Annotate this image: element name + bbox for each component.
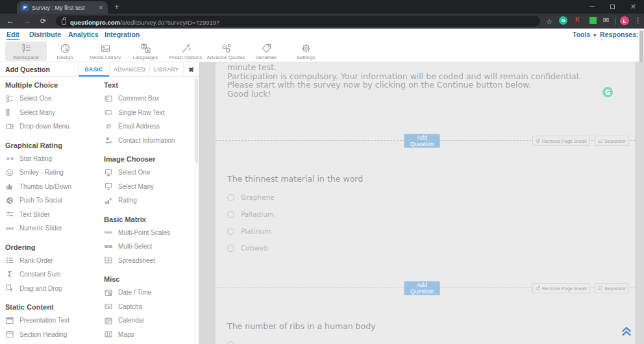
question-type-label: Text Slider — [19, 211, 50, 218]
text-slider-icon — [5, 210, 14, 218]
toolbar-item-settings[interactable]: Settings — [285, 42, 327, 61]
window-close-icon[interactable]: ✕ — [630, 3, 636, 10]
media-library-icon — [100, 43, 111, 54]
menu-edit[interactable]: Edit — [6, 31, 19, 40]
question-type-calendar[interactable]: Calendar — [104, 313, 193, 328]
question-type-star-rating[interactable]: ★★Star Rating — [5, 152, 99, 166]
question-type-section-heading[interactable]: Section Heading — [5, 328, 99, 342]
remove-page-break-button[interactable]: ↺Remove Page Break — [532, 283, 590, 293]
back-icon[interactable]: ← — [6, 16, 14, 26]
window-maximize-icon[interactable] — [610, 5, 615, 9]
tab-close-icon[interactable]: ✕ — [98, 5, 103, 11]
question-type-rating[interactable]: Rating — [104, 193, 193, 208]
toolbar-item-design[interactable]: Design — [44, 42, 86, 61]
grammarly-widget-icon[interactable]: G — [602, 87, 613, 97]
add-question-button[interactable]: Add Question — [404, 281, 440, 295]
scroll-to-top-icon[interactable] — [621, 325, 632, 337]
question-type-single-row-text[interactable]: Single Row Text — [104, 106, 193, 120]
question-type-spreadsheet[interactable]: Spreadsheet — [104, 254, 193, 268]
multi-select-icon — [104, 243, 113, 251]
window-minimize-icon[interactable] — [589, 6, 595, 7]
question-group-text: TextComment BoxSingle Row Text@Email Add… — [104, 79, 193, 147]
toolbar-item-label: Media Library — [90, 55, 121, 60]
question-type-drag-and-drop[interactable]: Drag and Drop — [5, 282, 99, 296]
toolbar-item-workspace[interactable]: Workspace — [5, 42, 47, 61]
add-question-button[interactable]: Add Question — [404, 134, 440, 148]
variables-icon — [261, 43, 272, 54]
url-bar[interactable]: questionpro.com/a/editSurvey.do?surveyID… — [56, 16, 540, 27]
question-type-text-slider[interactable]: Text Slider — [5, 208, 99, 222]
forward-icon[interactable]: → — [23, 16, 31, 26]
toolbar-item-variables[interactable]: Variables — [245, 42, 287, 61]
panel-close-icon[interactable]: ✖ — [183, 62, 199, 77]
caret-down-icon: ▼ — [592, 32, 597, 38]
question-type-multi-select[interactable]: Multi-Select — [104, 240, 193, 254]
group-heading: Image Chooser — [104, 153, 193, 166]
question-type-label: Date / Time — [118, 289, 151, 296]
separator-button[interactable]: ☑Separator — [595, 136, 629, 146]
answer-option[interactable]: Platinum — [227, 223, 617, 240]
question-type-label: Maps — [118, 331, 134, 338]
question-type-label: Select Many — [19, 109, 55, 116]
url-domain: questionpro.com — [70, 19, 120, 26]
question-type-rank-order[interactable]: Rank Order — [5, 254, 99, 268]
separator-button[interactable]: ☑Separator — [595, 283, 629, 293]
radio-icon[interactable] — [227, 211, 234, 218]
answer-option[interactable] — [227, 336, 617, 344]
sidebar-scrollbar[interactable] — [194, 77, 199, 344]
toolbar-item-languages[interactable]: Languages — [125, 42, 166, 61]
browser-tab[interactable]: P Survey : My first test ✕ — [17, 1, 108, 14]
radio-icon[interactable] — [227, 341, 234, 344]
question-type-contact-information[interactable]: Contact Information — [104, 134, 193, 148]
group-heading: Graphical Rating — [5, 140, 99, 152]
question-type-select-one[interactable]: Select One — [104, 166, 193, 180]
tab-advanced[interactable]: ADVANCED — [109, 62, 149, 77]
question-type-label: Presentation Text — [19, 317, 69, 324]
browser-menu-icon[interactable]: ⋮ — [634, 16, 641, 25]
toolbar-item-finish-options[interactable]: Finish Options — [165, 42, 206, 61]
question-type-label: Drop-down Menu — [19, 123, 69, 130]
question-type-select-one[interactable]: Select One — [5, 92, 99, 106]
question-type-captcha[interactable]: Captcha — [104, 300, 193, 314]
bookmark-star-icon[interactable]: ☆ — [546, 17, 552, 27]
question-type-presentation-text[interactable]: Presentation Text — [5, 313, 99, 328]
remove-page-break-button[interactable]: ↺Remove Page Break — [532, 136, 590, 146]
question-type-multi-point-scales[interactable]: Multi-Point Scales — [104, 226, 193, 240]
question-type-select-many[interactable]: Select Many — [104, 180, 193, 194]
radio-icon[interactable] — [227, 228, 234, 235]
toolbar-item-media-library[interactable]: Media Library — [84, 42, 126, 61]
question-type-date-time[interactable]: Date / Time — [104, 286, 193, 300]
new-tab-button[interactable]: + — [114, 1, 119, 12]
sidebar-scrollbar-thumb[interactable] — [195, 79, 198, 163]
question-type-select-many[interactable]: Select Many — [5, 106, 99, 120]
tab-basic[interactable]: BASIC — [78, 62, 109, 77]
question-type-numeric-slider[interactable]: Numeric Slider — [5, 221, 99, 236]
square-extension-icon[interactable] — [589, 17, 597, 24]
question-type-drop-down-menu[interactable]: Drop-down Menu — [5, 119, 99, 134]
question-type-maps[interactable]: Maps — [104, 328, 193, 342]
toolbar-item-advance-quotas[interactable]: Advance Quotas — [205, 42, 247, 61]
question-type-comment-box[interactable]: Comment Box — [104, 92, 193, 106]
radio-icon[interactable] — [227, 194, 234, 201]
answer-option[interactable]: Graphene — [227, 189, 617, 206]
numeric-slider-icon — [5, 225, 14, 232]
question-type-email-address[interactable]: @Email Address — [104, 119, 193, 134]
question-type-smiley-rating[interactable]: Smiley - Rating — [5, 166, 99, 180]
question-type-label: Star Rating — [19, 155, 52, 162]
menu-analytics[interactable]: Analytics — [68, 31, 99, 38]
profile-avatar[interactable]: L — [620, 16, 629, 25]
question-type-thumbs-up-down[interactable]: Thumbs Up/Down — [5, 180, 99, 194]
grammarly-extension-icon[interactable]: G — [559, 16, 567, 25]
menu-integration[interactable]: Integration — [105, 31, 140, 38]
question-type-push-to-social[interactable]: Push To Social — [5, 193, 99, 208]
answer-option[interactable]: Palladium — [227, 206, 617, 223]
k-extension-icon[interactable]: K — [575, 16, 580, 23]
radio-icon[interactable] — [227, 245, 234, 252]
reload-icon[interactable]: ⟳ — [40, 16, 46, 26]
mail-extension-icon[interactable]: ✉ — [603, 16, 609, 25]
tools-menu[interactable]: Tools ▼ — [573, 31, 597, 38]
question-type-constant-sum[interactable]: ΣConstant Sum — [5, 267, 99, 282]
answer-option[interactable]: Cobweb — [227, 240, 617, 256]
tab-library[interactable]: LIBRARY — [149, 62, 183, 77]
menu-distribute[interactable]: Distribute — [29, 31, 61, 38]
